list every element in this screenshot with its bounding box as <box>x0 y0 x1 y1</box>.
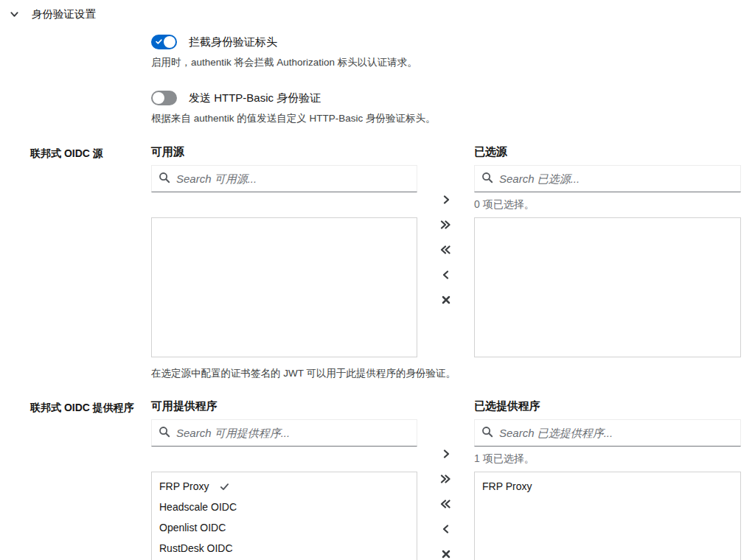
selected-providers-search-input[interactable] <box>499 427 734 439</box>
remove-selected-button[interactable] <box>438 522 454 536</box>
selected-sources-listbox[interactable] <box>474 217 741 357</box>
available-sources-status <box>151 198 417 211</box>
clear-selection-button[interactable] <box>438 293 454 307</box>
selected-providers-listbox: FRP Proxy <box>474 472 741 560</box>
oidc-sources-label: 联邦式 OIDC 源 <box>0 145 151 161</box>
remove-all-button[interactable] <box>438 497 454 511</box>
section-header-authentication-settings[interactable]: 身份验证设置 <box>10 7 755 21</box>
add-selected-button[interactable] <box>438 192 454 207</box>
list-item-label: FRP Proxy <box>482 480 532 492</box>
available-providers-search[interactable] <box>151 419 417 447</box>
available-providers-listbox: FRP Proxy Headscale OIDC Openlist OIDC R… <box>151 472 417 560</box>
toggle-knob <box>153 92 164 104</box>
available-providers-search-input[interactable] <box>176 427 410 439</box>
check-icon <box>220 482 229 491</box>
section-title: 身份验证设置 <box>32 7 96 21</box>
list-item[interactable]: RustDesk OIDC <box>152 538 417 559</box>
oidc-providers-row: 联邦式 OIDC 提供程序 可用提供程序 FRP Proxy Headscale… <box>0 399 755 560</box>
list-item[interactable]: FRP Proxy <box>152 476 417 497</box>
list-item-label: RustDesk OIDC <box>159 542 233 554</box>
list-item[interactable]: Openlist OIDC <box>152 517 417 538</box>
oidc-sources-help: 在选定源中配置的证书签名的 JWT 可以用于此提供程序的身份验证。 <box>151 367 755 380</box>
intercept-header-toggle[interactable] <box>151 35 177 49</box>
intercept-header-group: 拦截身份验证标头 启用时，authentik 将会拦截 Authorizatio… <box>151 35 755 69</box>
selected-sources-search[interactable] <box>474 165 741 192</box>
available-providers-status <box>151 452 417 465</box>
available-sources-listbox[interactable] <box>151 217 417 357</box>
available-sources-search-input[interactable] <box>176 172 410 185</box>
search-icon <box>481 426 493 441</box>
toggle-knob <box>164 36 175 48</box>
http-basic-group: 发送 HTTP-Basic 身份验证 根据来自 authentik 的值发送自定… <box>151 91 755 125</box>
selected-sources-pane: 已选源 0 项已选择。 <box>474 145 741 357</box>
remove-selected-button[interactable] <box>438 267 454 282</box>
selected-providers-title: 已选提供程序 <box>474 399 741 413</box>
list-item-label: Openlist OIDC <box>159 522 226 533</box>
list-item[interactable]: Headscale OIDC <box>152 497 417 517</box>
add-selected-button[interactable] <box>438 447 454 461</box>
list-item[interactable]: FRP Proxy <box>475 476 740 497</box>
oidc-providers-label: 联邦式 OIDC 提供程序 <box>0 399 151 415</box>
chevron-down-icon[interactable] <box>10 10 19 19</box>
add-all-button[interactable] <box>438 217 454 232</box>
selected-providers-status: 1 项已选择。 <box>474 452 741 465</box>
sources-dual-list-controls <box>417 145 474 307</box>
add-all-button[interactable] <box>438 472 454 486</box>
selected-sources-title: 已选源 <box>474 145 741 158</box>
toggle-area: 拦截身份验证标头 启用时，authentik 将会拦截 Authorizatio… <box>151 35 755 125</box>
selected-sources-search-input[interactable] <box>499 172 734 185</box>
selected-providers-search[interactable] <box>474 419 741 447</box>
selected-providers-pane: 已选提供程序 1 项已选择。 FRP Proxy <box>474 399 741 560</box>
oidc-sources-row: 联邦式 OIDC 源 可用源 已选源 <box>0 145 755 357</box>
available-sources-pane: 可用源 <box>151 145 417 357</box>
search-icon <box>159 172 170 186</box>
http-basic-label[interactable]: 发送 HTTP-Basic 身份验证 <box>189 91 321 105</box>
search-icon <box>159 426 170 441</box>
check-icon <box>156 38 162 45</box>
http-basic-toggle[interactable] <box>151 91 177 105</box>
http-basic-description: 根据来自 authentik 的值发送自定义 HTTP-Basic 身份验证标头… <box>151 112 755 125</box>
available-providers-title: 可用提供程序 <box>151 399 417 413</box>
list-item-label: Headscale OIDC <box>159 501 237 513</box>
available-providers-pane: 可用提供程序 FRP Proxy Headscale OIDC Openlist… <box>151 399 417 560</box>
available-sources-search[interactable] <box>151 165 417 192</box>
available-sources-title: 可用源 <box>151 145 417 158</box>
providers-dual-list-controls <box>417 399 474 560</box>
list-item-label: FRP Proxy <box>159 480 209 492</box>
clear-selection-button[interactable] <box>438 547 454 560</box>
search-icon <box>481 172 493 186</box>
intercept-header-description: 启用时，authentik 将会拦截 Authorization 标头以认证请求… <box>151 56 755 69</box>
remove-all-button[interactable] <box>438 242 454 257</box>
selected-sources-status: 0 项已选择。 <box>474 198 741 211</box>
intercept-header-label[interactable]: 拦截身份验证标头 <box>189 35 277 49</box>
